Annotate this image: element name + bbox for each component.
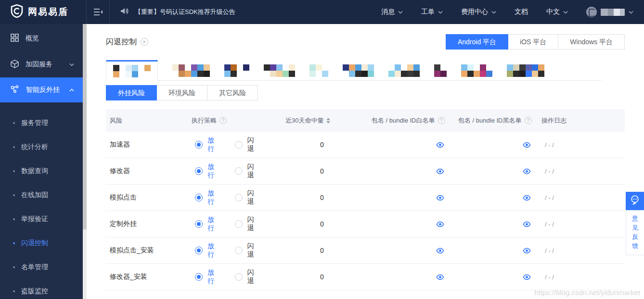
app-tab-8-redacted[interactable] [461, 64, 492, 77]
sidebar-subitem-4[interactable]: 举报验证 [0, 207, 83, 231]
view-whitelist-eye-icon[interactable] [436, 274, 444, 280]
logo[interactable]: 网易易盾 [0, 0, 87, 24]
sort-icon[interactable] [326, 118, 330, 124]
grid-icon [11, 34, 19, 43]
feedback-label-button[interactable]: 意见反馈 [626, 210, 644, 255]
sidebar-subitem-5[interactable]: 闪退控制 [0, 231, 83, 255]
radio-放行[interactable]: 放行 [195, 189, 219, 206]
user-menu[interactable] [586, 7, 633, 17]
view-blacklist-eye-icon[interactable] [523, 168, 531, 174]
radio-闪退[interactable]: 闪退 [235, 189, 259, 206]
risk-name: 定制外挂 [106, 220, 188, 228]
platform-tab-0[interactable]: Android 平台 [446, 34, 508, 50]
radio-selected-icon[interactable] [195, 220, 203, 228]
radio-unselected-icon[interactable] [235, 167, 243, 175]
operation-log: / - / [539, 194, 625, 201]
sidebar-item-2[interactable]: 智能反外挂 [0, 77, 83, 102]
table-row-0: 加速器放行闪退0/ - / [106, 132, 625, 158]
radio-闪退[interactable]: 闪退 [235, 162, 259, 180]
risk-tab-0[interactable]: 外挂风险 [106, 85, 157, 100]
username-redacted [601, 9, 625, 16]
risk-name: 修改器_安装 [106, 273, 188, 281]
app-tab-2-redacted[interactable] [224, 64, 249, 77]
radio-unselected-icon[interactable] [235, 220, 243, 228]
view-blacklist-eye-icon[interactable] [523, 248, 531, 254]
sidebar-subitem-3[interactable]: 在线加固 [0, 183, 83, 207]
view-blacklist-eye-icon[interactable] [523, 221, 531, 227]
radio-selected-icon[interactable] [195, 167, 203, 175]
radio-闪退[interactable]: 闪退 [235, 268, 259, 286]
radio-unselected-icon[interactable] [235, 247, 243, 254]
radio-放行[interactable]: 放行 [195, 162, 219, 180]
sidebar-subitem-1[interactable]: 统计分析 [0, 135, 83, 159]
bullet-icon [13, 290, 15, 292]
operation-log: / - / [539, 274, 625, 281]
radio-放行[interactable]: 放行 [195, 242, 219, 259]
view-whitelist-eye-icon[interactable] [436, 168, 444, 174]
topnav-item-4[interactable]: 中文 [546, 8, 568, 16]
radio-放行[interactable]: 放行 [195, 268, 219, 286]
sidebar-item-0[interactable]: 概览 [0, 25, 83, 51]
announcement-link[interactable]: 【重要】号码认证SDK推荐升级公告 [135, 8, 235, 16]
chevron-down-icon [69, 63, 74, 66]
radio-闪退[interactable]: 闪退 [235, 215, 259, 233]
radio-放行[interactable]: 放行 [195, 136, 219, 153]
radio-闪退[interactable]: 闪退 [235, 242, 259, 259]
app-tab-7-redacted[interactable] [434, 64, 447, 77]
view-whitelist-eye-icon[interactable] [436, 142, 444, 148]
risk-tab-2[interactable]: 其它风险 [207, 85, 258, 100]
radio-selected-icon[interactable] [195, 247, 203, 254]
radio-selected-icon[interactable] [195, 194, 203, 201]
app-tab-4-redacted[interactable] [309, 64, 328, 77]
hits-value: 0 [274, 167, 366, 175]
table-row-5: 修改器_安装放行闪退0/ - / [106, 264, 625, 290]
radio-放行[interactable]: 放行 [195, 215, 219, 233]
radio-unselected-icon[interactable] [235, 273, 243, 281]
sidebar-scrollbar-thumb[interactable] [83, 24, 87, 230]
sidebar-subitem-6[interactable]: 名单管理 [0, 255, 83, 279]
operation-log: / - / [539, 141, 625, 149]
video-help-icon[interactable] [141, 38, 148, 46]
platform-tab-2[interactable]: Windows 平台 [558, 34, 625, 50]
redacted-app-name [113, 65, 151, 77]
view-whitelist-eye-icon[interactable] [436, 248, 444, 254]
risk-tab-1[interactable]: 环境风险 [157, 85, 207, 100]
view-whitelist-eye-icon[interactable] [436, 221, 444, 227]
topnav-item-1[interactable]: 工单 [421, 8, 443, 16]
view-whitelist-eye-icon[interactable] [436, 195, 444, 201]
view-blacklist-eye-icon[interactable] [523, 195, 531, 201]
platform-tab-1[interactable]: iOS 平台 [508, 34, 558, 50]
sidebar-subitem-2[interactable]: 数据查询 [0, 159, 83, 183]
topnav-item-0[interactable]: 消息 [381, 8, 403, 16]
topnav-item-3[interactable]: 文档 [515, 8, 528, 16]
col-header-hits: 近30天命中量 [274, 116, 366, 125]
view-blacklist-eye-icon[interactable] [523, 142, 531, 148]
sidebar-item-1[interactable]: 加固服务 [0, 51, 83, 77]
help-icon[interactable]: ? [438, 117, 445, 124]
app-tab-9-redacted[interactable] [507, 64, 544, 77]
sidebar-subitem-0[interactable]: 服务管理 [0, 111, 83, 135]
sidebar-subitem-7[interactable]: 盗版监控 [0, 279, 83, 299]
app-tab-3-redacted[interactable] [264, 64, 295, 77]
sidebar-scrollbar [83, 24, 87, 299]
sidebar-collapse-toggle[interactable] [87, 0, 110, 24]
help-icon[interactable]: ? [525, 117, 532, 124]
radio-selected-icon[interactable] [195, 273, 203, 281]
app-tab-1-redacted[interactable] [172, 64, 210, 77]
view-blacklist-eye-icon[interactable] [523, 274, 531, 280]
col-header-whitelist: 包名 / bundle ID白名单 ? [366, 116, 452, 125]
app-tab-6-redacted[interactable] [388, 64, 420, 77]
topnav-item-2[interactable]: 费用中心 [461, 8, 496, 16]
table-row-3: 定制外挂放行闪退0/ - / [106, 211, 625, 237]
bullet-icon [13, 218, 15, 220]
app-tab-5-redacted[interactable] [343, 64, 374, 77]
radio-闪退[interactable]: 闪退 [235, 136, 259, 153]
radio-selected-icon[interactable] [195, 141, 203, 149]
chevron-down-icon [398, 11, 403, 14]
radio-unselected-icon[interactable] [235, 194, 243, 201]
feedback-button[interactable] [626, 192, 644, 210]
app-tab-0-redacted[interactable] [106, 60, 158, 81]
help-icon[interactable]: ? [219, 117, 227, 124]
radio-unselected-icon[interactable] [235, 141, 243, 149]
redacted-app-name [264, 64, 295, 77]
